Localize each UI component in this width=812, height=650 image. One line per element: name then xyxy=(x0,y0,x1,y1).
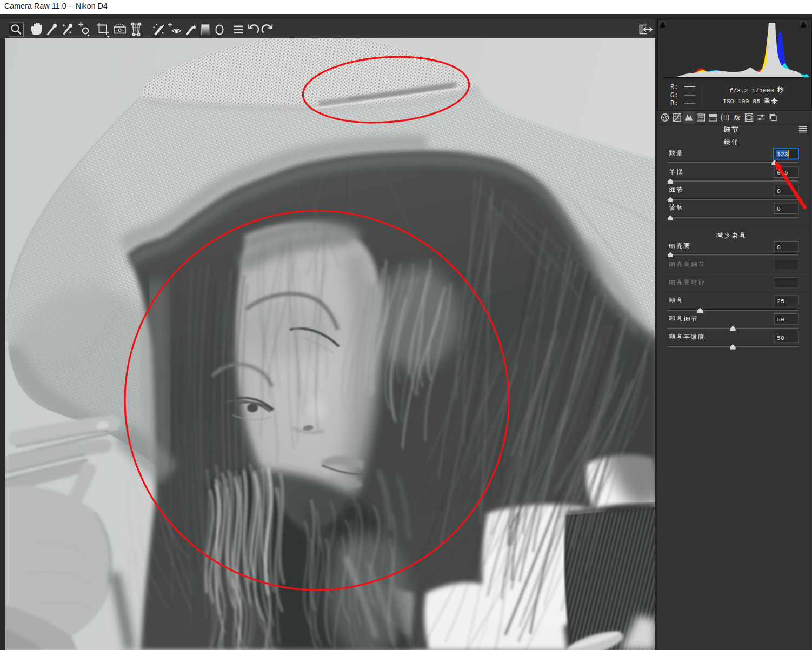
svg-text:50: 50 xyxy=(777,316,784,323)
svg-text:R:: R: xyxy=(670,84,678,91)
svg-text:ISO 100 85: ISO 100 85 xyxy=(723,98,760,105)
svg-text:fx: fx xyxy=(734,113,741,122)
svg-text:0: 0 xyxy=(777,205,781,212)
svg-text:123: 123 xyxy=(777,151,788,158)
svg-text:B:: B: xyxy=(670,100,678,108)
svg-text:G:: G: xyxy=(670,92,678,99)
svg-text:0: 0 xyxy=(777,244,781,251)
svg-text:f/3.2 1/1000: f/3.2 1/1000 xyxy=(729,87,774,94)
svg-text:25: 25 xyxy=(777,298,784,305)
svg-text:50: 50 xyxy=(777,334,784,341)
svg-text:0: 0 xyxy=(777,187,781,195)
